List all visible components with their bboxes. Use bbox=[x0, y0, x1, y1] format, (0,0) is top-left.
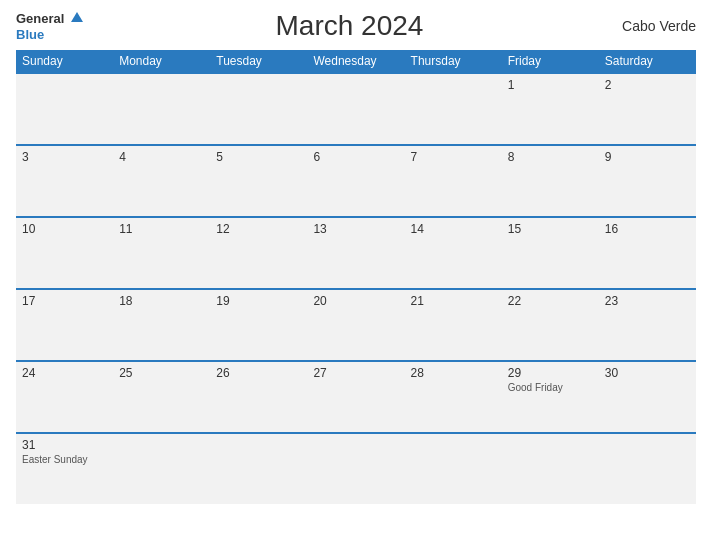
day-cell-25: 25 bbox=[113, 362, 210, 432]
day-cell-24: 24 bbox=[16, 362, 113, 432]
day-cell-19: 19 bbox=[210, 290, 307, 360]
day-number: 31 bbox=[22, 438, 107, 452]
day-number: 25 bbox=[119, 366, 204, 380]
day-cell-23: 23 bbox=[599, 290, 696, 360]
day-cell-6: 6 bbox=[307, 146, 404, 216]
day-cell-14: 14 bbox=[405, 218, 502, 288]
day-number: 2 bbox=[605, 78, 690, 92]
event-good-friday: Good Friday bbox=[508, 382, 593, 393]
logo-top: General bbox=[16, 10, 83, 26]
week-row-1: 1 2 bbox=[16, 72, 696, 144]
day-number: 26 bbox=[216, 366, 301, 380]
day-cell-empty bbox=[113, 434, 210, 504]
day-header-thursday: Thursday bbox=[405, 50, 502, 72]
day-header-sunday: Sunday bbox=[16, 50, 113, 72]
day-cell-16: 16 bbox=[599, 218, 696, 288]
day-cell-empty bbox=[307, 434, 404, 504]
day-cell-13: 13 bbox=[307, 218, 404, 288]
day-number: 17 bbox=[22, 294, 107, 308]
day-cell-9: 9 bbox=[599, 146, 696, 216]
country-name: Cabo Verde bbox=[616, 18, 696, 34]
day-cell-empty bbox=[307, 74, 404, 144]
day-cell-31: 31 Easter Sunday bbox=[16, 434, 113, 504]
day-header-tuesday: Tuesday bbox=[210, 50, 307, 72]
logo-general-text: General bbox=[16, 11, 64, 26]
day-number: 10 bbox=[22, 222, 107, 236]
day-number: 13 bbox=[313, 222, 398, 236]
week-row-4: 17 18 19 20 21 22 23 bbox=[16, 288, 696, 360]
week-row-6: 31 Easter Sunday bbox=[16, 432, 696, 504]
day-cell-20: 20 bbox=[307, 290, 404, 360]
day-cell-26: 26 bbox=[210, 362, 307, 432]
day-cell-empty bbox=[210, 74, 307, 144]
day-header-friday: Friday bbox=[502, 50, 599, 72]
day-cell-empty bbox=[16, 74, 113, 144]
week-row-2: 3 4 5 6 7 8 9 bbox=[16, 144, 696, 216]
week-row-3: 10 11 12 13 14 15 16 bbox=[16, 216, 696, 288]
day-number: 29 bbox=[508, 366, 593, 380]
month-title: March 2024 bbox=[83, 10, 616, 42]
day-cell-22: 22 bbox=[502, 290, 599, 360]
day-cell-1: 1 bbox=[502, 74, 599, 144]
day-number: 23 bbox=[605, 294, 690, 308]
day-headers: Sunday Monday Tuesday Wednesday Thursday… bbox=[16, 50, 696, 72]
day-cell-30: 30 bbox=[599, 362, 696, 432]
day-number: 27 bbox=[313, 366, 398, 380]
day-number: 19 bbox=[216, 294, 301, 308]
day-number: 22 bbox=[508, 294, 593, 308]
logo: General Blue bbox=[16, 10, 83, 42]
day-number: 30 bbox=[605, 366, 690, 380]
day-number: 28 bbox=[411, 366, 496, 380]
day-cell-18: 18 bbox=[113, 290, 210, 360]
day-cell-empty bbox=[405, 434, 502, 504]
day-cell-7: 7 bbox=[405, 146, 502, 216]
day-number: 3 bbox=[22, 150, 107, 164]
day-number: 5 bbox=[216, 150, 301, 164]
day-cell-empty bbox=[210, 434, 307, 504]
day-cell-empty bbox=[405, 74, 502, 144]
day-number: 8 bbox=[508, 150, 593, 164]
day-cell-8: 8 bbox=[502, 146, 599, 216]
day-number: 18 bbox=[119, 294, 204, 308]
logo-blue-text: Blue bbox=[16, 27, 44, 42]
day-number: 24 bbox=[22, 366, 107, 380]
day-number: 12 bbox=[216, 222, 301, 236]
logo-triangle-icon bbox=[71, 12, 83, 22]
day-cell-2: 2 bbox=[599, 74, 696, 144]
day-cell-15: 15 bbox=[502, 218, 599, 288]
day-number: 4 bbox=[119, 150, 204, 164]
week-row-5: 24 25 26 27 28 29 Good Friday 30 bbox=[16, 360, 696, 432]
day-cell-3: 3 bbox=[16, 146, 113, 216]
day-cell-28: 28 bbox=[405, 362, 502, 432]
day-cell-empty bbox=[502, 434, 599, 504]
day-number: 6 bbox=[313, 150, 398, 164]
day-header-saturday: Saturday bbox=[599, 50, 696, 72]
day-number: 20 bbox=[313, 294, 398, 308]
day-number: 15 bbox=[508, 222, 593, 236]
day-number: 11 bbox=[119, 222, 204, 236]
day-header-wednesday: Wednesday bbox=[307, 50, 404, 72]
day-cell-5: 5 bbox=[210, 146, 307, 216]
day-number: 14 bbox=[411, 222, 496, 236]
day-cell-4: 4 bbox=[113, 146, 210, 216]
day-cell-10: 10 bbox=[16, 218, 113, 288]
day-number: 16 bbox=[605, 222, 690, 236]
day-header-monday: Monday bbox=[113, 50, 210, 72]
day-cell-27: 27 bbox=[307, 362, 404, 432]
day-number: 7 bbox=[411, 150, 496, 164]
event-easter-sunday: Easter Sunday bbox=[22, 454, 107, 465]
calendar-weeks: 1 2 3 4 5 6 7 8 bbox=[16, 72, 696, 504]
day-number: 1 bbox=[508, 78, 593, 92]
day-number: 21 bbox=[411, 294, 496, 308]
logo-bottom: Blue bbox=[16, 26, 44, 42]
day-cell-29: 29 Good Friday bbox=[502, 362, 599, 432]
day-cell-11: 11 bbox=[113, 218, 210, 288]
calendar-container: General Blue March 2024 Cabo Verde Sunda… bbox=[0, 0, 712, 550]
day-cell-21: 21 bbox=[405, 290, 502, 360]
calendar-header: General Blue March 2024 Cabo Verde bbox=[16, 10, 696, 42]
day-cell-17: 17 bbox=[16, 290, 113, 360]
day-cell-empty bbox=[113, 74, 210, 144]
day-cell-12: 12 bbox=[210, 218, 307, 288]
day-cell-empty bbox=[599, 434, 696, 504]
day-number: 9 bbox=[605, 150, 690, 164]
